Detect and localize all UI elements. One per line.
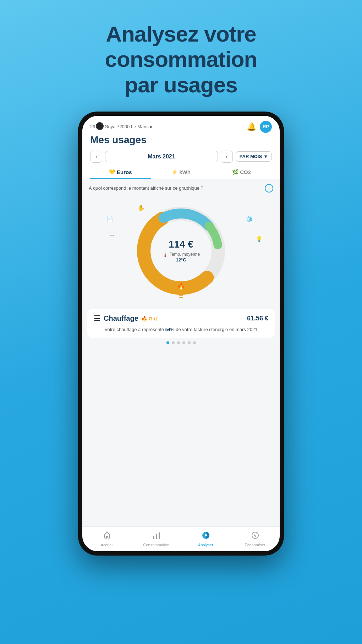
- kwh-tab-label: kWh: [179, 169, 191, 175]
- heating-icon: ☰: [94, 314, 101, 323]
- date-navigation: ‹ Mars 2021 › PAR MOIS ▼: [90, 151, 272, 163]
- desc-percentage: 54%: [165, 327, 175, 332]
- period-label: PAR MOIS: [240, 154, 262, 159]
- detail-description: Votre chauffage a représenté 54% de votr…: [94, 326, 268, 333]
- nav-item-analyser[interactable]: Analyser: [181, 527, 230, 551]
- hero-line1: Analysez votre: [106, 22, 256, 46]
- svg-text:🔥: 🔥: [177, 282, 185, 290]
- hero-line3: par usages: [125, 72, 237, 97]
- pagination-dot-2[interactable]: [177, 341, 180, 344]
- hand-icon: ✋: [138, 205, 145, 211]
- co2-tab-icon: 🌿: [232, 169, 238, 175]
- period-selector[interactable]: PAR MOIS ▼: [236, 151, 272, 162]
- avatar[interactable]: RP: [260, 121, 272, 133]
- info-icon[interactable]: i: [265, 184, 273, 193]
- nav-icon-accueil: [103, 531, 111, 542]
- donut-chart-svg: 🔥 ☰: [131, 201, 231, 301]
- camera-hole: [96, 122, 104, 130]
- tabs-row: 💛 Euros ⚡ kWh 🌿 CO2: [82, 166, 280, 179]
- bell-icon[interactable]: 🔔: [247, 122, 256, 131]
- detail-amount: 61.56 €: [247, 315, 268, 322]
- header-icons: 🔔 RP: [247, 121, 272, 133]
- next-arrow-icon: ›: [226, 154, 227, 159]
- current-date-label: Mars 2021: [105, 151, 218, 162]
- euro-tab-label: Euros: [117, 169, 132, 175]
- period-arrow-icon: ▼: [263, 154, 268, 159]
- phone-mockup: 29 rue Goya 72000 Le Mans ▶ 🔔 RP Mes usa…: [78, 112, 284, 556]
- tab-euros[interactable]: 💛 Euros: [90, 166, 151, 179]
- main-content: À quoi correspond le montant affiché sur…: [82, 179, 280, 526]
- phone-screen: 29 rue Goya 72000 Le Mans ▶ 🔔 RP Mes usa…: [82, 116, 280, 551]
- pagination-dot-4[interactable]: [188, 341, 191, 344]
- fridge-icon: 🧊: [246, 216, 253, 222]
- nav-label-analyser: Analyser: [198, 543, 213, 547]
- gas-badge: 🔥 Gaz: [141, 316, 158, 321]
- avatar-initials: RP: [263, 124, 269, 129]
- nav-item-economiser[interactable]: €Économiser: [230, 527, 280, 551]
- chart-container: 🔥 ☰ ✋ 🧊 💡 📄 ••• 114 € 🌡️ Temp. moyenne: [89, 197, 273, 304]
- pagination-dot-0[interactable]: [166, 341, 169, 344]
- svg-text:€: €: [254, 533, 256, 537]
- nav-item-consommation[interactable]: Consommation: [132, 527, 181, 551]
- pagination-dot-3[interactable]: [182, 341, 185, 344]
- gas-fire-icon: 🔥: [141, 316, 147, 321]
- tab-kwh[interactable]: ⚡ kWh: [151, 166, 212, 179]
- detail-header: ☰ Chauffage 🔥 Gaz 61.56 €: [94, 314, 268, 323]
- nav-icon-economiser: €: [251, 531, 259, 542]
- desc-prefix: Votre chauffage a représenté: [105, 327, 165, 332]
- nav-item-accueil[interactable]: Accueil: [82, 527, 132, 551]
- dots-icon: •••: [110, 233, 114, 237]
- doc-icon: 📄: [106, 216, 113, 222]
- prev-arrow-icon: ‹: [95, 154, 97, 159]
- page-title: Mes usages: [90, 134, 272, 146]
- screen-header: 29 rue Goya 72000 Le Mans ▶ 🔔 RP Mes usa…: [82, 116, 280, 166]
- svg-rect-9: [159, 532, 160, 539]
- address-arrow-icon: ▶: [150, 125, 153, 129]
- bottom-nav: AccueilConsommationAnalyser€Économiser: [82, 526, 280, 551]
- nav-label-economiser: Économiser: [245, 543, 265, 547]
- co2-tab-label: CO2: [240, 169, 251, 175]
- nav-icon-analyser: [202, 531, 210, 542]
- svg-point-11: [205, 534, 207, 536]
- hero-text: Analysez votre consommation par usages: [77, 0, 286, 112]
- pagination-dot-1[interactable]: [172, 341, 175, 344]
- tab-co2[interactable]: 🌿 CO2: [211, 166, 272, 179]
- nav-label-accueil: Accueil: [101, 543, 113, 547]
- svg-point-4: [151, 221, 211, 281]
- gas-label: Gaz: [149, 316, 158, 321]
- prev-date-button[interactable]: ‹: [90, 151, 102, 163]
- desc-suffix: de votre facture d'énergie en mars 2021: [175, 327, 258, 332]
- nav-label-consommation: Consommation: [143, 543, 170, 547]
- detail-left: ☰ Chauffage 🔥 Gaz: [94, 314, 158, 323]
- detail-title: Chauffage: [104, 314, 138, 323]
- info-row: À quoi correspond le montant affiché sur…: [89, 184, 273, 193]
- euro-tab-icon: 💛: [109, 169, 115, 175]
- hero-line2: consommation: [105, 47, 257, 71]
- pagination-dot-5[interactable]: [193, 341, 196, 344]
- nav-icon-consommation: [152, 531, 161, 542]
- svg-rect-7: [153, 536, 154, 539]
- pagination-dots: [89, 338, 273, 346]
- address-row: 29 rue Goya 72000 Le Mans ▶ 🔔 RP: [90, 121, 272, 133]
- detail-card: ☰ Chauffage 🔥 Gaz 61.56 € Votre chauffag…: [87, 309, 275, 338]
- chart-info-text: À quoi correspond le montant affiché sur…: [89, 185, 265, 191]
- light-icon: 💡: [256, 236, 263, 242]
- info-i-icon: i: [268, 185, 270, 191]
- kwh-tab-icon: ⚡: [171, 169, 177, 175]
- svg-rect-8: [156, 534, 157, 539]
- svg-text:☰: ☰: [179, 293, 183, 299]
- next-date-button[interactable]: ›: [221, 151, 233, 163]
